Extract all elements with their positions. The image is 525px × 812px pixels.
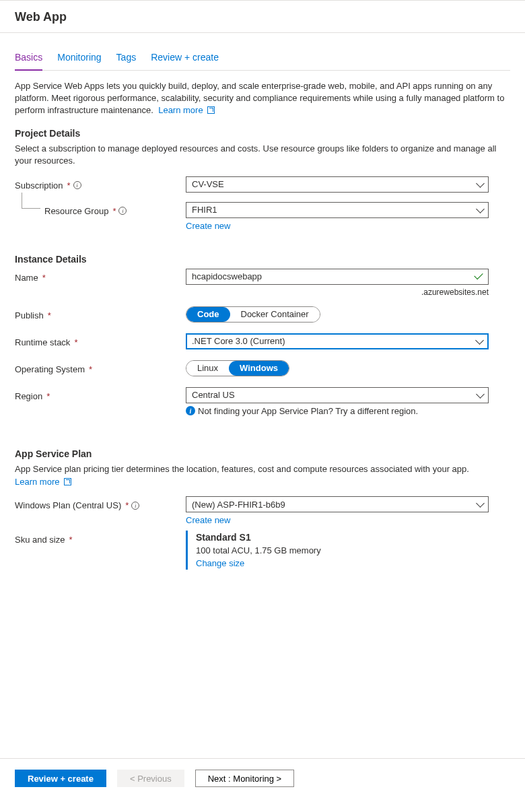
external-link-icon <box>64 478 71 485</box>
tab-tags[interactable]: Tags <box>116 48 137 71</box>
tabs-bar: Basics Monitoring Tags Review + create <box>15 48 510 71</box>
footer-bar: Review + create < Previous Next : Monito… <box>0 758 525 798</box>
external-link-icon <box>207 106 215 114</box>
sku-box: Standard S1 100 total ACU, 1.75 GB memor… <box>186 531 489 570</box>
info-icon[interactable]: i <box>131 502 139 510</box>
os-label: Operating System* <box>15 360 186 374</box>
info-icon[interactable]: i <box>73 181 81 189</box>
name-input[interactable]: hcapidocswebapp <box>186 269 489 285</box>
create-new-resource-group-link[interactable]: Create new <box>186 221 230 231</box>
project-details-heading: Project Details <box>15 128 510 139</box>
windows-plan-label: Windows Plan (Central US)* i <box>15 496 186 510</box>
runtime-label: Runtime stack* <box>15 333 186 347</box>
resource-group-label: Resource Group* i <box>15 202 186 216</box>
app-service-plan-heading: App Service Plan <box>15 448 510 459</box>
info-icon[interactable]: i <box>118 207 127 215</box>
previous-button: < Previous <box>117 770 184 787</box>
chevron-down-icon <box>476 179 485 188</box>
project-details-desc: Select a subscription to manage deployed… <box>15 143 510 167</box>
region-hint: i Not finding your App Service Plan? Try… <box>186 406 489 416</box>
sku-desc: 100 total ACU, 1.75 GB memory <box>196 545 489 555</box>
app-service-plan-desc: App Service plan pricing tier determines… <box>15 463 510 475</box>
sku-title: Standard S1 <box>196 532 489 543</box>
subscription-label: Subscription* i <box>15 176 186 191</box>
chevron-down-icon <box>476 390 485 399</box>
region-label: Region* <box>15 387 186 401</box>
os-linux-option[interactable]: Linux <box>186 361 229 376</box>
tab-review-create[interactable]: Review + create <box>151 48 219 71</box>
name-suffix: .azurewebsites.net <box>186 287 489 297</box>
resource-group-select[interactable]: FHIR1 <box>186 202 489 218</box>
check-icon <box>474 271 483 279</box>
learn-more-link[interactable]: Learn more <box>158 105 215 115</box>
tab-basics[interactable]: Basics <box>15 48 42 71</box>
app-service-plan-learn-more-link[interactable]: Learn more <box>15 477 71 487</box>
windows-plan-select[interactable]: (New) ASP-FHIR1-b6b9 <box>186 496 489 512</box>
publish-toggle: Code Docker Container <box>186 306 320 323</box>
tab-monitoring[interactable]: Monitoring <box>57 48 101 71</box>
info-icon: i <box>186 406 195 415</box>
tree-line-icon <box>22 193 40 209</box>
next-button[interactable]: Next : Monitoring > <box>195 770 294 787</box>
publish-docker-option[interactable]: Docker Container <box>230 307 320 322</box>
runtime-select[interactable]: .NET Core 3.0 (Current) <box>186 333 489 349</box>
sku-label: Sku and size* <box>15 531 186 545</box>
instance-details-heading: Instance Details <box>15 254 510 265</box>
chevron-down-icon <box>476 499 485 508</box>
chevron-down-icon <box>475 336 484 345</box>
create-new-plan-link[interactable]: Create new <box>186 515 230 525</box>
page-title: Web App <box>0 0 525 33</box>
publish-label: Publish* <box>15 306 186 320</box>
chevron-down-icon <box>476 205 485 213</box>
os-windows-option[interactable]: Windows <box>229 361 289 376</box>
subscription-select[interactable]: CV-VSE <box>186 176 489 193</box>
publish-code-option[interactable]: Code <box>186 307 230 322</box>
name-label: Name* <box>15 269 186 283</box>
region-select[interactable]: Central US <box>186 387 489 403</box>
review-create-button[interactable]: Review + create <box>15 770 106 787</box>
intro-text: App Service Web Apps lets you quickly bu… <box>15 80 510 117</box>
os-toggle: Linux Windows <box>186 360 289 376</box>
change-size-link[interactable]: Change size <box>196 558 244 568</box>
